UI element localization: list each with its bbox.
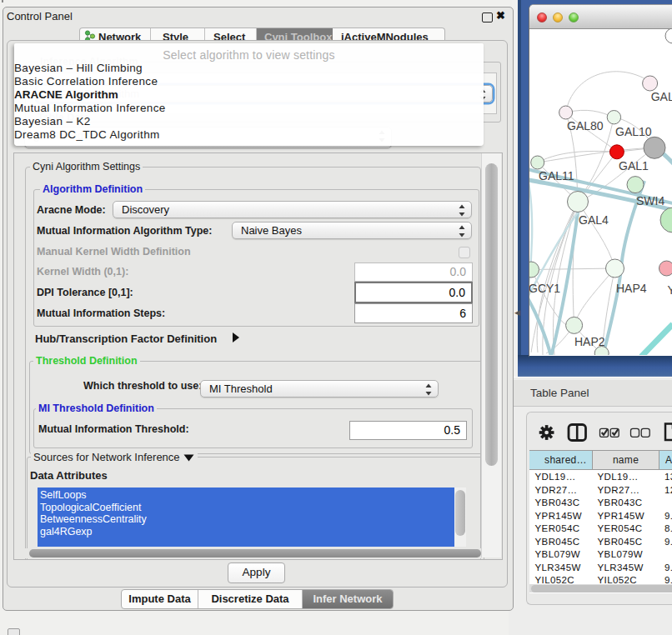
svg-text:GAL4: GAL4 xyxy=(579,213,609,227)
svg-text:GAL7: GAL7 xyxy=(651,90,672,103)
svg-text:HAP2: HAP2 xyxy=(574,335,605,348)
svg-text:GCY1: GCY1 xyxy=(529,282,560,295)
svg-text:Y: Y xyxy=(668,283,672,297)
svg-text:GAL11: GAL11 xyxy=(539,169,574,182)
svg-text:GAL80: GAL80 xyxy=(567,119,604,132)
svg-text:GAL10: GAL10 xyxy=(615,125,652,138)
svg-text:SWI4: SWI4 xyxy=(636,194,664,208)
svg-text:GAL1: GAL1 xyxy=(619,159,649,172)
svg-text:HAP4: HAP4 xyxy=(616,282,647,295)
